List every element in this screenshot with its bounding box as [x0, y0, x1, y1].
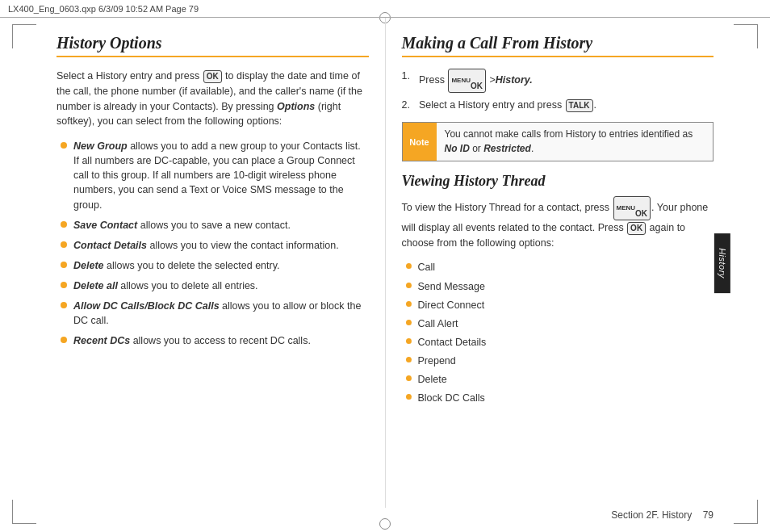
bullet-dot: [406, 301, 412, 307]
options-word: Options: [277, 101, 315, 112]
bullet-dot: [406, 338, 412, 344]
page-number: 79: [703, 509, 714, 521]
content-area: History Options Select a History entry a…: [48, 18, 722, 508]
bullet-dot: [406, 320, 412, 325]
list-item: Prepend: [406, 354, 714, 368]
bullet-dot: [61, 337, 67, 343]
left-column: History Options Select a History entry a…: [48, 18, 386, 508]
bullet-dot: [406, 394, 412, 400]
header-bar: LX400_Eng_0603.qxp 6/3/09 10:52 AM Page …: [0, 0, 770, 18]
menu-ok-key-1: MENUOK: [448, 69, 486, 93]
steps-list: 1. Press MENUOK >History. 2. Select a Hi…: [402, 69, 714, 112]
list-item: Direct Connect: [406, 298, 714, 312]
ok-key-2: OK: [627, 222, 646, 235]
list-item: Delete allows you to delete the selected…: [61, 258, 369, 273]
step-2: 2. Select a History entry and press TALK…: [402, 98, 714, 112]
center-circle-bottom: [379, 518, 391, 530]
corner-mark-bottom-right: [734, 500, 758, 524]
list-item: Delete: [406, 372, 714, 387]
corner-mark-bottom-left: [12, 500, 36, 524]
page-footer: Section 2F. History 79: [611, 509, 714, 521]
step-1: 1. Press MENUOK >History.: [402, 69, 714, 93]
bullet-dot: [61, 142, 67, 149]
bullet-dot: [61, 241, 67, 248]
list-item: Delete all allows you to delete all entr…: [61, 279, 369, 293]
list-item: Contact Details: [406, 335, 714, 350]
sub-bullet-list: Call Send Message Direct Connect Call Al…: [402, 260, 714, 405]
footer-text: Section 2F. History: [611, 509, 692, 521]
bullet-dot: [61, 262, 67, 268]
list-item: Recent DCs allows you to access to recen…: [61, 333, 369, 348]
bullet-dot: [61, 221, 67, 228]
menu-ok-key-2: MENUOK: [613, 196, 651, 220]
history-tab: History: [714, 233, 730, 293]
note-box: Note You cannot make calls from History …: [402, 122, 714, 161]
list-item: Call Alert: [406, 316, 714, 331]
list-item: Contact Details allows you to view the c…: [61, 238, 369, 253]
note-content: You cannot make calls from History to en…: [437, 123, 714, 161]
bullet-dot: [61, 282, 67, 288]
bullet-dot: [406, 263, 412, 269]
bullet-dot: [61, 302, 67, 308]
right-section-title-wrapper: Making a Call From History: [402, 34, 714, 57]
list-item: New Group allows you to add a new group …: [61, 139, 369, 212]
file-info: LX400_Eng_0603.qxp 6/3/09 10:52 AM Page …: [8, 4, 199, 14]
left-intro-text: Select a History entry and press OK to d…: [56, 69, 369, 129]
right-column: Making a Call From History 1. Press MENU…: [386, 18, 722, 508]
corner-mark-top-left: [12, 24, 36, 48]
list-item: Block DC Calls: [406, 391, 714, 405]
corner-mark-top-right: [734, 24, 758, 48]
bullet-dot: [406, 375, 412, 381]
options-bullet-list: New Group allows you to add a new group …: [56, 139, 369, 349]
sub-section-title: Viewing History Thread: [402, 173, 714, 190]
note-label: Note: [403, 123, 437, 161]
list-item: Save Contact allows you to save a new co…: [61, 218, 369, 232]
list-item: Allow DC Calls/Block DC Calls allows you…: [61, 299, 369, 328]
bullet-dot: [406, 357, 412, 362]
talk-key: TALK: [566, 99, 593, 112]
right-section-title: Making a Call From History: [402, 34, 714, 57]
sub-intro-text: To view the History Thread for a contact…: [402, 196, 714, 251]
ok-key-icon: OK: [203, 70, 222, 83]
list-item: Send Message: [406, 279, 714, 294]
bullet-dot: [406, 283, 412, 288]
left-section-title: History Options: [56, 34, 369, 57]
list-item: Call: [406, 260, 714, 274]
